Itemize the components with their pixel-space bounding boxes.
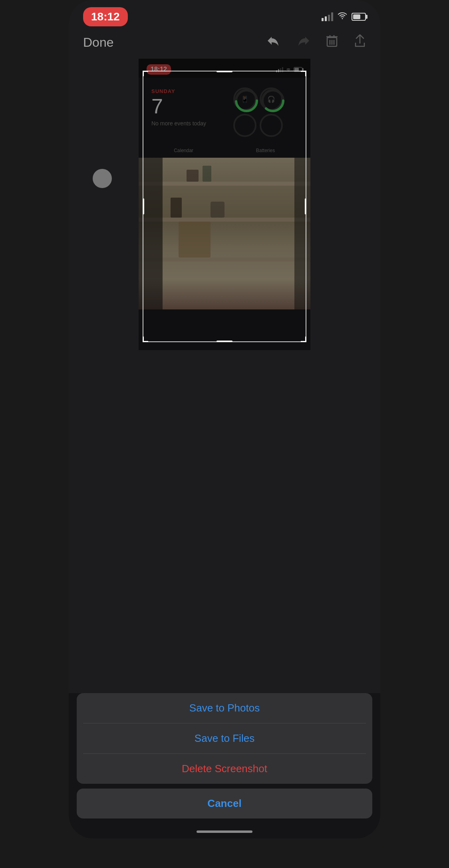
undo-icon[interactable]	[267, 35, 280, 50]
toolbar: Done	[69, 30, 380, 59]
crop-handle-top-right[interactable]	[301, 71, 306, 76]
screenshot-editor: 18:12	[139, 59, 310, 350]
home-indicator	[197, 830, 252, 833]
crop-handle-left[interactable]	[143, 198, 144, 214]
battery-icon	[352, 13, 366, 21]
save-to-photos-button[interactable]: Save to Photos	[77, 693, 372, 723]
save-to-files-button[interactable]: Save to Files	[77, 723, 372, 753]
crop-handle-right[interactable]	[305, 198, 306, 214]
status-bar: 18:12	[69, 0, 380, 30]
delete-icon[interactable]	[326, 34, 338, 51]
delete-screenshot-button[interactable]: Delete Screenshot	[77, 754, 372, 784]
action-group-main: Save to Photos Save to Files Delete Scre…	[77, 693, 372, 784]
crop-handle-bottom[interactable]	[217, 341, 232, 342]
crop-handle-top-left[interactable]	[143, 71, 148, 76]
cancel-button[interactable]: Cancel	[77, 789, 372, 818]
phone-frame: 18:12 Done	[69, 0, 380, 838]
redo-icon[interactable]	[296, 35, 310, 50]
crop-handle-top[interactable]	[217, 71, 232, 72]
share-icon[interactable]	[354, 34, 366, 51]
crop-handle-bottom-left[interactable]	[143, 337, 148, 342]
wifi-icon	[338, 12, 347, 22]
time-display: 18:12	[83, 7, 128, 26]
crop-handle-bottom-right[interactable]	[301, 337, 306, 342]
brightness-slider[interactable]	[93, 169, 112, 188]
action-sheet: Save to Photos Save to Files Delete Scre…	[69, 693, 380, 838]
status-icons	[322, 12, 366, 22]
main-content: 18:12	[69, 59, 380, 362]
done-button[interactable]: Done	[83, 35, 114, 50]
signal-bars-icon	[322, 12, 333, 21]
crop-border	[143, 71, 306, 342]
